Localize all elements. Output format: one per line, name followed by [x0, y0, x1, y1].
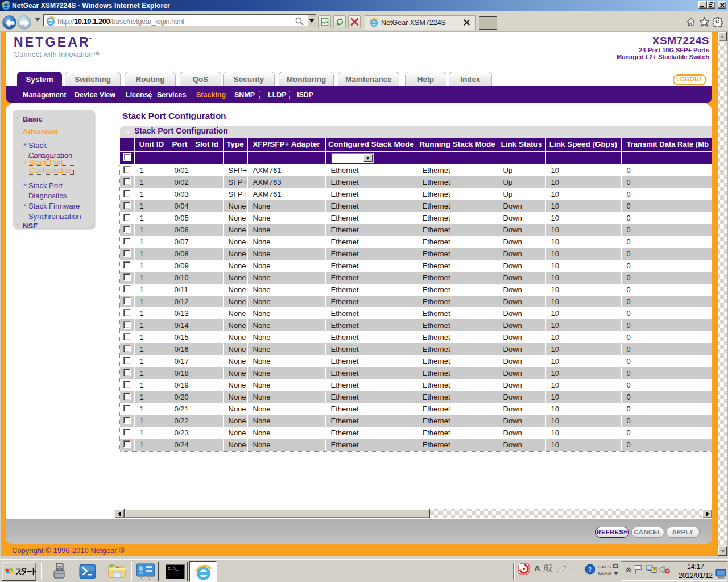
svg-text:?: ?	[588, 566, 592, 573]
